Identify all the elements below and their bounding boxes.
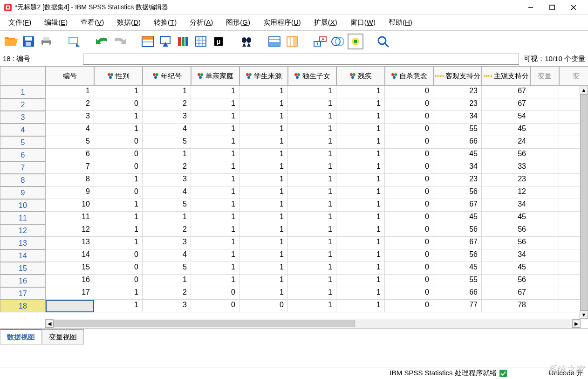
data-cell[interactable]: 12 — [482, 186, 530, 199]
data-cell[interactable]: 0 — [94, 275, 143, 287]
data-cell[interactable]: 1 — [336, 224, 385, 237]
data-cell[interactable]: 3 — [46, 111, 94, 124]
data-cell[interactable]: 1 — [336, 186, 385, 199]
data-cell[interactable]: 23 — [433, 98, 482, 111]
data-cell[interactable] — [530, 124, 559, 136]
data-cell[interactable]: 0 — [385, 136, 433, 149]
data-cell[interactable]: 78 — [482, 300, 530, 312]
data-cell[interactable]: 14 — [46, 249, 94, 262]
data-cell[interactable]: 67 — [482, 86, 530, 98]
data-cell[interactable]: 1 — [288, 174, 336, 186]
data-cell[interactable]: 1 — [288, 136, 336, 149]
column-header[interactable]: 主观支持分 — [482, 66, 530, 86]
data-cell[interactable]: 0 — [385, 300, 433, 312]
data-cell[interactable]: 1 — [191, 262, 239, 275]
data-cell[interactable]: 66 — [433, 287, 482, 300]
data-cell[interactable] — [46, 300, 94, 312]
data-cell[interactable]: 1 — [191, 237, 239, 249]
close-button[interactable] — [563, 1, 584, 14]
menu-g[interactable]: 图形(G) — [219, 16, 257, 29]
data-cell[interactable] — [530, 111, 559, 124]
data-cell[interactable]: 2 — [143, 161, 191, 174]
data-cell[interactable]: 1 — [239, 161, 288, 174]
data-cell[interactable]: 0 — [94, 186, 143, 199]
data-cell[interactable]: 0 — [94, 161, 143, 174]
data-cell[interactable]: 67 — [433, 199, 482, 212]
data-cell[interactable]: 0 — [385, 287, 433, 300]
data-cell[interactable]: 7 — [46, 161, 94, 174]
data-cell[interactable] — [530, 186, 559, 199]
data-cell[interactable]: 9 — [46, 186, 94, 199]
data-cell[interactable]: 1 — [239, 212, 288, 224]
row-header[interactable]: 8 — [0, 174, 46, 186]
data-cell[interactable]: 15 — [46, 262, 94, 275]
data-cell[interactable]: 1 — [94, 174, 143, 186]
data-cell[interactable]: 1 — [94, 86, 143, 98]
row-header[interactable]: 1 — [0, 86, 46, 98]
row-header[interactable]: 14 — [0, 249, 46, 262]
data-cell[interactable]: 2 — [143, 224, 191, 237]
data-cell[interactable]: 34 — [482, 199, 530, 212]
data-cell[interactable]: 0 — [385, 124, 433, 136]
row-header[interactable]: 13 — [0, 237, 46, 249]
data-cell[interactable]: 11 — [46, 212, 94, 224]
data-cell[interactable] — [530, 275, 559, 287]
data-cell[interactable]: 0 — [191, 300, 239, 312]
data-cell[interactable] — [530, 262, 559, 275]
column-header[interactable]: 残疾 — [336, 66, 385, 86]
minimize-button[interactable] — [520, 1, 541, 14]
tab-data-view[interactable]: 数据视图 — [0, 329, 42, 345]
data-cell[interactable]: 1 — [288, 98, 336, 111]
data-cell[interactable]: 1 — [191, 98, 239, 111]
column-header[interactable]: 独生子女 — [288, 66, 336, 86]
data-cell[interactable]: 54 — [482, 111, 530, 124]
data-cell[interactable]: 45 — [482, 212, 530, 224]
menu-f[interactable]: 文件(F) — [2, 16, 38, 29]
data-cell[interactable]: 56 — [482, 149, 530, 161]
data-cell[interactable]: 1 — [336, 161, 385, 174]
data-cell[interactable]: 5 — [143, 136, 191, 149]
data-cell[interactable]: 1 — [191, 275, 239, 287]
mu-button[interactable]: μ — [211, 34, 226, 49]
data-cell[interactable]: 5 — [143, 199, 191, 212]
data-cell[interactable] — [530, 86, 559, 98]
data-cell[interactable]: 1 — [191, 149, 239, 161]
data-cell[interactable]: 0 — [94, 249, 143, 262]
data-cell[interactable]: 1 — [191, 174, 239, 186]
goto-case-button[interactable] — [140, 34, 156, 49]
data-cell[interactable]: 0 — [385, 161, 433, 174]
data-cell[interactable]: 1 — [191, 212, 239, 224]
data-cell[interactable]: 3 — [143, 300, 191, 312]
column-header[interactable]: 编号 — [46, 66, 94, 86]
row-header[interactable]: 17 — [0, 287, 46, 300]
data-cell[interactable]: 0 — [385, 98, 433, 111]
data-cell[interactable]: 1 — [94, 237, 143, 249]
data-cell[interactable]: 0 — [385, 199, 433, 212]
data-cell[interactable]: 0 — [385, 262, 433, 275]
data-cell[interactable]: 1 — [336, 111, 385, 124]
data-cell[interactable]: 8 — [46, 174, 94, 186]
data-cell[interactable]: 1 — [239, 86, 288, 98]
data-cell[interactable]: 56 — [433, 186, 482, 199]
menu-x[interactable]: 扩展(X) — [308, 16, 344, 29]
data-cell[interactable]: 1 — [336, 237, 385, 249]
data-cell[interactable]: 1 — [336, 86, 385, 98]
vertical-scrollbar[interactable]: ▲ ▼ — [580, 86, 588, 319]
data-cell[interactable]: 1 — [143, 212, 191, 224]
data-cell[interactable] — [530, 199, 559, 212]
data-cell[interactable]: 56 — [482, 237, 530, 249]
data-cell[interactable]: 1 — [94, 124, 143, 136]
data-cell[interactable]: 3 — [143, 174, 191, 186]
column-header[interactable]: 性别 — [94, 66, 143, 86]
data-cell[interactable]: 6 — [46, 149, 94, 161]
search-button[interactable] — [376, 34, 391, 49]
data-cell[interactable] — [530, 149, 559, 161]
data-cell[interactable]: 1 — [288, 262, 336, 275]
data-cell[interactable] — [530, 287, 559, 300]
data-cell[interactable]: 67 — [433, 237, 482, 249]
data-cell[interactable]: 1 — [336, 275, 385, 287]
data-cell[interactable]: 1 — [288, 275, 336, 287]
data-cell[interactable]: 1 — [143, 275, 191, 287]
row-header[interactable]: 12 — [0, 224, 46, 237]
data-cell[interactable]: 1 — [288, 287, 336, 300]
